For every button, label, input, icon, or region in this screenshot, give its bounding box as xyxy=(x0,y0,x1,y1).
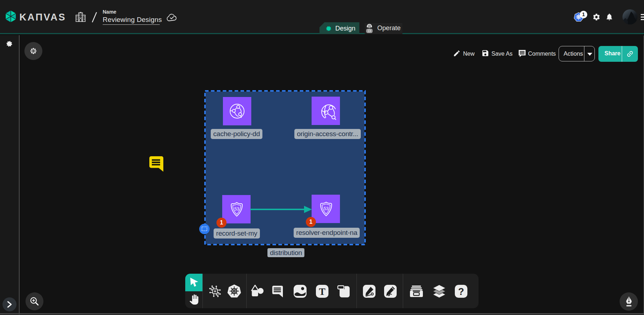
svg-text:T: T xyxy=(319,286,325,297)
svg-text:?: ? xyxy=(458,286,464,297)
svg-text:53: 53 xyxy=(324,206,329,211)
svg-text:53: 53 xyxy=(234,207,239,212)
